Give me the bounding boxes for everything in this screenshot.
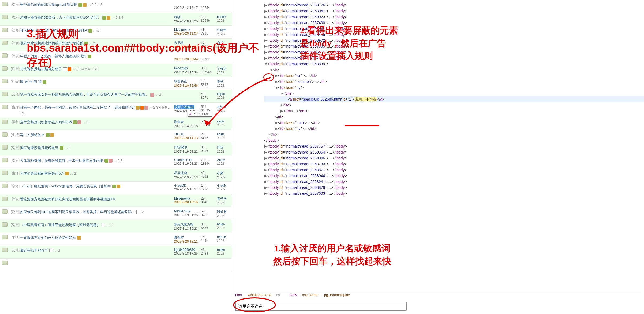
thread-row[interactable]: [福利] 庙宇空荡荡 (女)菩萨在人间NSFW ... 2 欧金金2022-3-…: [0, 117, 232, 130]
thread-lastpost[interactable]: 青子学2022-: [217, 196, 232, 205]
thread-row[interactable]: [欢乐] 淘宝这搜索我只能说逆天 ... 2 四宫家印2022-3-19 08:…: [0, 143, 232, 156]
thread-title[interactable]: 游戏主播直播PDD砍价，万人水友砍不动10个金币。 ... 2 3 4: [20, 14, 174, 21]
thread-title[interactable]: 米分享你珍藏的非大欢up主/油管大吧 ... 2 3 4 5: [20, 1, 174, 8]
dom-node[interactable]: ▶<tbody id="normalthread_2058954">…</tbo…: [264, 149, 644, 155]
thread-title[interactable]: 说到扶贫就想到这样的话不知道怎样反驳 ... 2: [20, 40, 174, 46]
thread-lastpost[interactable]: 血祠2022-: [217, 40, 232, 49]
thread-author[interactable]: twowords2020-6-24 15:43: [174, 65, 201, 74]
dom-node[interactable]: ▶<tbody id="normalthread_2058947">…</tbo…: [264, 8, 644, 14]
thread-author[interactable]: 欧金金2022-3-14 09:18: [174, 118, 201, 128]
thread-title[interactable]: （中医黑青狂喜）直播开盒连花清瘟（暂时无问题） ... 2: [20, 221, 174, 228]
dom-node[interactable]: ▶<tbody id="normalthread_2057911">…</tbo…: [264, 55, 644, 61]
thread-author[interactable]: 大肥兔2022-3-20 11:47: [174, 40, 201, 49]
thread-lastpost[interactable]: [217, 1, 232, 6]
thread-author[interactable]: 2022-3-12 12:17: [174, 1, 201, 10]
thread-title[interactable]: 看这波西方政府被民粹顶杠头无法回旋是否该重新审视回旋TV: [20, 196, 174, 202]
thread-title[interactable]: 人体真神奇啊，还有防呆装置...手术中往腹腔里倒内脏 ... 2 3: [20, 157, 174, 164]
thread-lastpost[interactable]: 红腹食2022-: [217, 27, 232, 36]
thread-title[interactable]: 最近开始学写诗了 ... 2: [20, 247, 174, 254]
thread-row[interactable]: [欢乐] （中医黑青狂喜）直播开盒连花清瘟（暂时无问题） ... 2 救死伐魔力…: [0, 220, 232, 233]
thread-author[interactable]: T80UD2022-3-20 11:13: [174, 131, 201, 140]
dom-node-open[interactable]: ▼<tbody id="normalthread_2058839">: [264, 61, 644, 67]
thread-row[interactable]: [社会] 围 攻 光 明 顶 帕蕾莉亚2022-3-20 12:46 16554…: [0, 77, 232, 90]
thread-row[interactable]: [欢乐] 对沈逸教授越来越有好感了 ... 2 3 4 5 6 .. 31 tw…: [0, 64, 232, 77]
thread-lastpost[interactable]: [217, 260, 232, 265]
thread-author[interactable]: GregMD2022-3-15 15:57: [174, 183, 201, 191]
thread-author[interactable]: [174, 260, 201, 265]
dom-node[interactable]: ▶<tbody id="normalthread_2058176">…</tbo…: [264, 2, 644, 8]
thread-title[interactable]: 庙宇空荡荡 (女)菩萨在人间NSFW ... 2: [20, 118, 174, 125]
dom-node[interactable]: ▶<tbody id="normalthread_2058878">…</tbo…: [264, 185, 644, 190]
thread-lastpost[interactable]: Acatv2022-: [217, 157, 232, 166]
dom-node[interactable]: ▶<tbody id="normalthread_2059023">…</tbo…: [264, 14, 644, 20]
dom-node[interactable]: ▶<tbody id="normalthread_2058441">…</tbo…: [264, 26, 644, 32]
dom-node[interactable]: ▶<tbody id="normalthread_2057757">…</tbo…: [264, 143, 644, 149]
thread-title[interactable]: 淘宝这搜索我只能说逆天 ... 2: [20, 144, 174, 151]
thread-author[interactable]: 星辰玻璃2022-3-19 20:53: [174, 170, 201, 179]
thread-lastpost[interactable]: nalan2022-: [217, 221, 232, 230]
highlighted-user[interactable]: 该用户不存在: [174, 105, 194, 109]
dom-tree[interactable]: ▶<tbody id="normalthread_2058176">…</tbo…: [232, 0, 644, 196]
dom-node[interactable]: ▶<tbody id="normalthread_2058733">…</tbo…: [264, 161, 644, 167]
thread-row[interactable]: [生活] 一直服非布司他为什么还会急性发作 夏令时2022-3-20 13:11…: [0, 233, 232, 246]
thread-author[interactable]: [174, 91, 201, 96]
thread-author[interactable]: 2022-3-20 09:44: [174, 52, 201, 61]
thread-lastpost[interactable]: ingoo2022-: [217, 91, 232, 99]
dom-node[interactable]: ▶<tbody id="normalthread_2058445">…</tbo…: [264, 32, 644, 37]
thread-lastpost[interactable]: GregN2022-: [217, 183, 232, 191]
thread-row[interactable]: [欢乐] 如果每天都剩10%的菜混到明天菜里炒，以此类推一年后这盘菜还能吃吗 .…: [0, 207, 232, 220]
thread-lastpost[interactable]: 春秋2022-: [217, 78, 232, 87]
thread-row[interactable]: [生活] 再一次腥耗传来 T80UD2022-3-20 11:13 216415…: [0, 130, 232, 143]
devtools-search-input[interactable]: [235, 302, 407, 311]
dom-node[interactable]: ▶<tbody id="normalthread_2057400">…</tbo…: [264, 20, 644, 26]
thread-row[interactable]: [社会] 其实很多 人不知道，被坏人顺藤摸瓜找到IP ... 2 Melanre…: [0, 26, 232, 39]
breadcrumb-item[interactable]: body#nv_forum.pg_forumdisplay: [290, 293, 355, 297]
dom-node[interactable]: ▶<tbody id="normalthread_2058846">…</tbo…: [264, 155, 644, 161]
thread-row[interactable]: [其他] 最近开始学写诗了 ... 2 ljg16402406102022-3-…: [0, 246, 232, 259]
thread-title[interactable]: 其实很多 人不知道，被坏人顺藤摸瓜找到IP ... 2: [20, 27, 174, 33]
thread-row[interactable]: [欢乐] 游戏主播直播PDD砍价，万人水友砍不动10个金币。 ... 2 3 4…: [0, 13, 232, 26]
thread-author[interactable]: Melanreina2022-3-20 11:07: [174, 27, 201, 35]
thread-title[interactable]: 一直服非布司他为什么还会急性发作: [20, 234, 174, 241]
thread-row[interactable]: [社会] 说到扶贫就想到这样的话不知道怎样反驳 ... 2 大肥兔2022-3-…: [0, 39, 232, 51]
thread-author[interactable]: 四宫家印2022-3-19 08:22: [174, 144, 201, 154]
thread-lastpost[interactable]: floatc2022-: [217, 131, 232, 140]
thread-lastpost[interactable]: [217, 52, 232, 57]
thread-author[interactable]: 胧楼2022-3-18 16:25: [174, 14, 201, 23]
thread-row[interactable]: [欢乐] 米分享你珍藏的非大欢up主/油管大吧 ... 2 3 4 5 2022…: [0, 0, 232, 13]
dom-node[interactable]: ▶<tbody id="normalthread_2057305">…</tbo…: [264, 43, 644, 49]
thread-lastpost[interactable]: cooffe2022-: [217, 14, 232, 22]
thread-row[interactable]: [生活] 大佬们最珍视的事物是什么? ... 2 星辰玻璃2022-3-19 2…: [0, 169, 232, 182]
thread-title[interactable]: 如果每天都剩10%的菜混到明天菜里炒，以此类推一年后这盘菜还能吃吗 ... 2: [20, 208, 174, 215]
thread-row[interactable]: [桌游] （3.20）继续退税；200-20加油券；免费会员合集（更新中 Gre…: [0, 182, 232, 194]
thread-title[interactable]: 年轻人的第一次逃跑，被坏人顺藤摸瓜找到: [20, 52, 174, 59]
breadcrumb-item[interactable]: html.widthauto.no-toch: [235, 293, 285, 297]
thread-title[interactable]: 围 攻 光 明 顶: [20, 78, 174, 85]
thread-title[interactable]: 再一次腥耗传来: [20, 131, 174, 138]
thread-author[interactable]: 6046475892022-3-19 21:35: [174, 208, 201, 217]
thread-lastpost[interactable]: refo262022-: [217, 234, 232, 243]
thread-lastpost[interactable]: 碧池鹿2022-: [217, 104, 232, 113]
thread-title[interactable]: 大佬们最珍视的事物是什么? ... 2: [20, 170, 174, 177]
thread-title[interactable]: [11, 260, 174, 266]
thread-author[interactable]: 帕蕾莉亚2022-3-20 12:46: [174, 78, 201, 87]
thread-author[interactable]: Melanreina2022-3-20 10:16: [174, 196, 201, 204]
thread-row[interactable]: [社会] 年轻人的第一次逃跑，被坏人顺藤摸瓜找到 2022-3-20 09:44…: [0, 51, 232, 64]
thread-author[interactable]: ljg16402406102022-3-18 17:25: [174, 247, 201, 255]
thread-row[interactable]: [0, 259, 232, 271]
thread-title[interactable]: 我一直觉得腐女是一种贼几把恶心的东西，可是为什么我今天看了一天的莎干视频。 ..…: [20, 91, 174, 98]
thread-title[interactable]: （3.20）继续退税；200-20加油券；免费会员合集（更新中: [20, 183, 174, 189]
thread-title[interactable]: 对沈逸教授越来越有好感了 ... 2 3 4 5 6 .. 31: [20, 65, 174, 72]
dom-node-selected[interactable]: <a href="space-uid-532686.html" c="1">该用…: [264, 96, 644, 102]
thread-row[interactable]: [其他] 我一直觉得腐女是一种贼几把恶心的东西，可是为什么我今天看了一天的莎干视…: [0, 90, 232, 103]
dom-node[interactable]: ▶<tbody id="normalthread_2057603">…</tbo…: [264, 190, 644, 196]
dom-node[interactable]: ▶<tbody id="normalthread_2058871">…</tbo…: [264, 167, 644, 173]
thread-lastpost[interactable]: 子夜之2022-: [217, 65, 232, 75]
dom-node[interactable]: ▶<tbody id="normalthread_2058972">…</tbo…: [264, 37, 644, 43]
thread-lastpost[interactable]: yario2022-: [217, 118, 232, 127]
breadcrumb[interactable]: html.widthauto.no-tochbody#nv_forum.pg_f…: [235, 291, 641, 299]
thread-lastpost[interactable]: 小妻2022-: [217, 170, 232, 179]
thread-author[interactable]: 救死伐魔力瞎2022-3-13 15:23: [174, 221, 201, 231]
thread-author[interactable]: 夏令时2022-3-20 13:11: [174, 234, 201, 243]
thread-row[interactable]: [欢乐] 人体真神奇啊，还有防呆装置...手术中往腹腔里倒内脏 ... 2 3 …: [0, 156, 232, 169]
